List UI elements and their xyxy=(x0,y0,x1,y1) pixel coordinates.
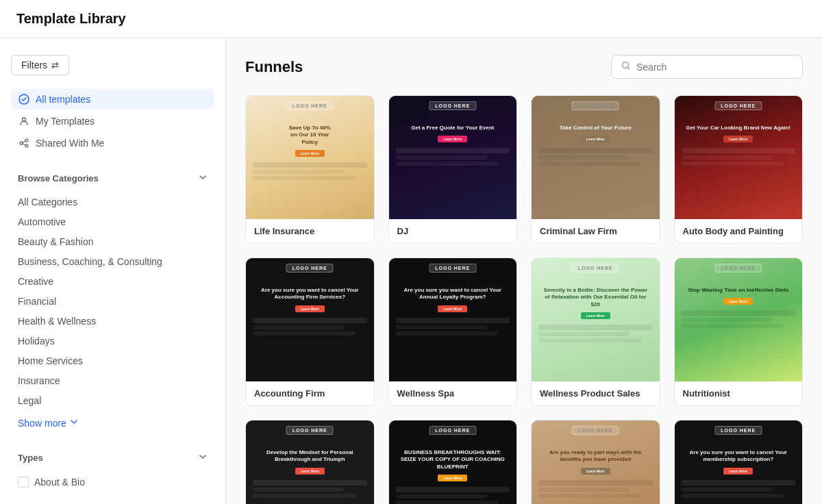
about-bio-checkbox[interactable] xyxy=(18,477,29,488)
template-cta: Learn More xyxy=(723,298,753,305)
nav-shared-with-me[interactable]: Shared With Me xyxy=(11,133,214,153)
template-cta: Learn More xyxy=(723,468,753,475)
template-headline: Serenity in a Bottle: Discover the Power… xyxy=(538,287,653,308)
category-insurance[interactable]: Insurance xyxy=(11,371,214,390)
main-layout: Filters ⇄ All templates My Templates xyxy=(0,38,822,504)
template-name: DJ xyxy=(389,219,517,243)
content-title: Funnels xyxy=(245,58,303,76)
template-headline: Stop Wasting Time on Ineffective Diets xyxy=(684,287,793,294)
template-card[interactable]: LOGO HERE Develop the Mindset for Person… xyxy=(245,420,375,504)
template-content-preview xyxy=(538,480,653,498)
template-thumbnail: LOGO HERE Take Control of Your Future Le… xyxy=(532,96,660,219)
template-content-preview xyxy=(253,480,367,498)
template-logo: LOGO HERE xyxy=(714,426,762,435)
browse-categories-header[interactable]: Browse Categories xyxy=(11,167,214,190)
search-icon xyxy=(621,61,631,73)
template-thumbnail: LOGO HERE Are you ready to part ways wit… xyxy=(532,420,660,504)
template-cta: Learn More xyxy=(438,136,467,142)
template-content-preview xyxy=(253,162,367,180)
template-card[interactable]: LOGO HERE Take Control of Your Future Le… xyxy=(531,95,660,244)
filters-button[interactable]: Filters ⇄ xyxy=(11,55,69,75)
search-input[interactable] xyxy=(636,62,793,73)
page-title: Template Library xyxy=(16,11,126,26)
template-card[interactable]: LOGO HERE Get a Free Quote for Your Even… xyxy=(388,95,518,244)
template-card[interactable]: LOGO HERE BUSINESS BREAKTHROUGHS WAIT: S… xyxy=(388,420,518,504)
template-name: Wellness Product Sales xyxy=(532,381,660,405)
template-logo: LOGO HERE xyxy=(429,264,476,273)
category-financial[interactable]: Financial xyxy=(11,292,214,311)
page-header: Template Library xyxy=(0,0,822,38)
template-card[interactable]: LOGO HERE Serenity in a Bottle: Discover… xyxy=(531,257,660,406)
template-content-preview xyxy=(396,318,510,336)
template-thumbnail: LOGO HERE Serenity in a Bottle: Discover… xyxy=(532,258,660,381)
template-thumbnail: LOGO HERE Stop Wasting Time on Ineffecti… xyxy=(675,258,803,381)
svg-point-1 xyxy=(23,118,26,121)
category-legal[interactable]: Legal xyxy=(11,391,214,410)
types-label: Types xyxy=(18,453,43,463)
template-name: Nutritionist xyxy=(675,381,803,405)
template-cta: Learn More xyxy=(581,136,610,142)
nav-my-templates-label: My Templates xyxy=(36,116,95,127)
template-content-preview xyxy=(538,325,653,342)
show-more-button[interactable]: Show more xyxy=(11,413,214,433)
template-card[interactable]: LOGO HERE Stop Wasting Time on Ineffecti… xyxy=(674,257,804,406)
category-holidays[interactable]: Holidays xyxy=(11,331,214,351)
templates-grid: LOGO HERE Save Up To 40%on Our 10 YearPo… xyxy=(245,95,803,504)
template-content-preview xyxy=(253,318,367,336)
about-bio-label: About & Bio xyxy=(34,477,85,488)
template-card[interactable]: LOGO HERE Are you sure you want to cance… xyxy=(388,257,518,406)
template-headline: Are you sure you want to cancel Your Ann… xyxy=(396,287,510,301)
template-card[interactable]: LOGO HERE Are you ready to part ways wit… xyxy=(531,420,660,504)
category-home-services[interactable]: Home Services xyxy=(11,351,214,370)
template-logo: LOGO HERE xyxy=(572,426,619,435)
types-header[interactable]: Types xyxy=(11,446,214,469)
template-logo: LOGO HERE xyxy=(572,101,619,110)
nav-shared-with-me-label: Shared With Me xyxy=(36,138,104,149)
chevron-down-icon xyxy=(198,173,208,184)
search-box[interactable] xyxy=(611,55,803,79)
type-about-bio[interactable]: About & Bio xyxy=(11,473,214,491)
category-business[interactable]: Business, Coaching, & Consulting xyxy=(11,252,214,271)
template-headline: Are you sure you want to cancel Your Acc… xyxy=(253,287,367,301)
categories-list: All Categories Automotive Beauty & Fashi… xyxy=(11,192,214,410)
template-thumbnail: LOGO HERE Get a Free Quote for Your Even… xyxy=(389,96,517,219)
template-card[interactable]: LOGO HERE Save Up To 40%on Our 10 YearPo… xyxy=(245,95,375,244)
template-name: Criminal Law Firm xyxy=(532,219,660,243)
nav-my-templates[interactable]: My Templates xyxy=(11,111,214,131)
template-headline: Take Control of Your Future xyxy=(556,125,636,131)
template-logo: LOGO HERE xyxy=(429,426,476,435)
svg-point-4 xyxy=(25,144,28,147)
template-content-preview xyxy=(396,148,510,166)
template-cta: Learn More xyxy=(723,136,753,142)
template-logo: LOGO HERE xyxy=(429,101,476,110)
chevron-down-small-icon xyxy=(69,417,79,429)
template-thumbnail: LOGO HERE BUSINESS BREAKTHROUGHS WAIT: S… xyxy=(389,420,517,504)
template-card[interactable]: LOGO HERE Get Your Car Looking Brand New… xyxy=(674,95,804,244)
template-headline: Are you ready to part ways with the bene… xyxy=(538,449,653,464)
template-thumbnail: LOGO HERE Develop the Mindset for Person… xyxy=(246,420,374,504)
template-card[interactable]: LOGO HERE Are you sure you want to cance… xyxy=(245,257,375,406)
category-beauty-fashion[interactable]: Beauty & Fashion xyxy=(11,232,214,251)
template-cta: Learn More xyxy=(438,475,467,481)
nav-all-templates-label: All templates xyxy=(36,94,90,105)
template-headline: BUSINESS BREAKTHROUGHS WAIT: SEIZE YOUR … xyxy=(396,449,510,470)
template-thumbnail: LOGO HERE Save Up To 40%on Our 10 YearPo… xyxy=(246,96,374,219)
category-creative[interactable]: Creative xyxy=(11,272,214,291)
template-name: Accounting Firm xyxy=(246,381,374,405)
template-thumbnail: LOGO HERE Get Your Car Looking Brand New… xyxy=(675,96,803,219)
category-automotive[interactable]: Automotive xyxy=(11,212,214,231)
template-name: Life Insurance xyxy=(246,219,374,243)
template-card[interactable]: LOGO HERE Are you sure you want to cance… xyxy=(674,420,804,504)
template-logo: LOGO HERE xyxy=(572,264,619,273)
chevron-down-types-icon xyxy=(198,452,208,464)
template-thumbnail: LOGO HERE Are you sure you want to cance… xyxy=(675,420,803,504)
template-logo: LOGO HERE xyxy=(286,426,334,435)
category-health-wellness[interactable]: Health & Wellness xyxy=(11,312,214,331)
sidebar: Filters ⇄ All templates My Templates xyxy=(0,38,226,504)
nav-all-templates[interactable]: All templates xyxy=(11,89,214,110)
template-content-preview xyxy=(538,148,653,166)
category-all[interactable]: All Categories xyxy=(11,192,214,212)
svg-point-3 xyxy=(20,142,23,144)
template-headline: Get a Free Quote for Your Event xyxy=(407,125,498,131)
template-cta: Learn More xyxy=(438,305,467,312)
